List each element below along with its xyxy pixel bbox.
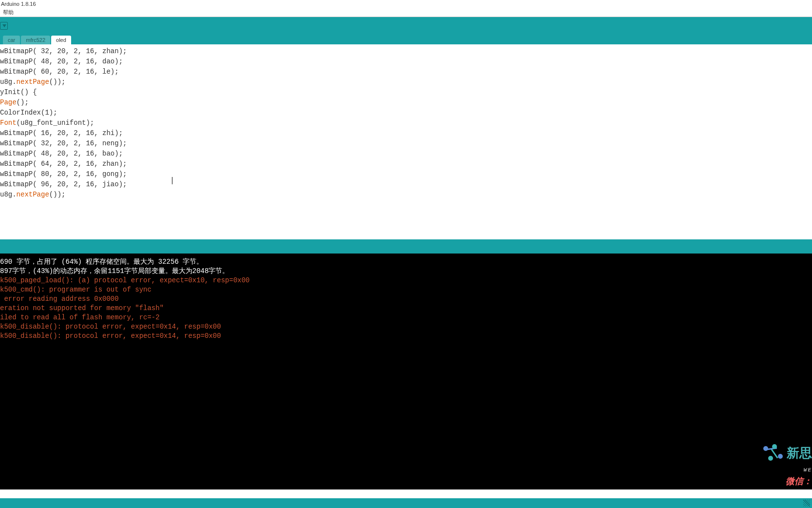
bottom-status-bar xyxy=(0,498,812,508)
console-output[interactable]: 690 字节，占用了 (64%) 程序存储空间。最大为 32256 字节。 89… xyxy=(0,254,812,489)
watermark: 新思 xyxy=(762,443,812,465)
title-bar: Arduino 1.8.16 xyxy=(0,0,812,8)
console-error-line: k500_disable(): protocol error, expect=0… xyxy=(0,332,812,341)
code-line: wBitmapP( 60, 20, 2, 16, le); xyxy=(0,67,812,77)
toolbar-dropdown-button[interactable] xyxy=(0,22,8,30)
console-error-line: k500_cmd(): programmer is out of sync xyxy=(0,285,812,294)
code-line: wBitmapP( 80, 20, 2, 16, gong); xyxy=(0,169,812,179)
menu-help[interactable]: 帮助 xyxy=(3,9,14,15)
console-error-line: k500_disable(): protocol error, expect=0… xyxy=(0,322,812,332)
window-title: Arduino 1.8.16 xyxy=(1,1,36,7)
code-line: wBitmapP( 16, 20, 2, 16, zhi); xyxy=(0,128,812,138)
code-line: u8g.nextPage()); xyxy=(0,77,812,87)
toolbar xyxy=(0,17,812,35)
watermark-subtitle: WE xyxy=(804,466,812,475)
text-cursor xyxy=(172,177,172,184)
console-line: 690 字节，占用了 (64%) 程序存储空间。最大为 32256 字节。 xyxy=(0,257,812,267)
console-error-line: k500_paged_load(): (a) protocol error, e… xyxy=(0,276,812,285)
code-line: wBitmapP( 64, 20, 2, 16, zhan); xyxy=(0,159,812,169)
tab-mfrc522[interactable]: mfrc522 xyxy=(21,36,50,44)
resize-grip-icon[interactable] xyxy=(803,500,810,507)
watermark-wechat: 微信： xyxy=(786,477,812,487)
code-line: ColorIndex(1); xyxy=(0,108,812,118)
code-line: wBitmapP( 48, 20, 2, 16, bao); xyxy=(0,149,812,159)
console-line: 897字节，(43%)的动态内存，余留1151字节局部变量。最大为2048字节。 xyxy=(0,267,812,276)
code-editor[interactable]: wBitmapP( 32, 20, 2, 16, zhan); wBitmapP… xyxy=(0,44,812,239)
console-error-line: iled to read all of flash memory, rc=-2 xyxy=(0,313,812,322)
code-line: wBitmapP( 48, 20, 2, 16, dao); xyxy=(0,57,812,67)
watermark-brand: 新思 xyxy=(787,449,812,459)
code-line: wBitmapP( 32, 20, 2, 16, neng); xyxy=(0,138,812,149)
chevron-down-icon xyxy=(2,24,6,27)
menu-bar[interactable]: 帮助 xyxy=(0,8,812,17)
code-line: u8g.nextPage()); xyxy=(0,190,812,200)
console-error-line: error reading address 0x0000 xyxy=(0,294,812,304)
code-line: Font(u8g_font_unifont); xyxy=(0,118,812,128)
code-line: wBitmapP( 32, 20, 2, 16, zhan); xyxy=(0,46,812,57)
code-line: yInit() { xyxy=(0,87,812,98)
tab-bar: car mfrc522 oled xyxy=(0,35,812,44)
code-line: wBitmapP( 96, 20, 2, 16, jiao); xyxy=(0,179,812,190)
console-error-line: eration not supported for memory "flash" xyxy=(0,304,812,313)
tab-car[interactable]: car xyxy=(3,36,20,44)
status-divider xyxy=(0,239,812,254)
watermark-logo-icon xyxy=(762,443,784,465)
code-line: Page(); xyxy=(0,98,812,108)
tab-oled[interactable]: oled xyxy=(51,36,71,44)
